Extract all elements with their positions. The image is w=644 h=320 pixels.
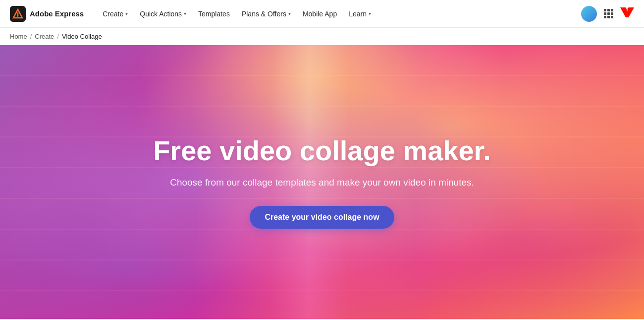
breadcrumb-home[interactable]: Home — [10, 33, 27, 40]
quick-actions-chevron-icon: ▾ — [184, 11, 186, 16]
hero-title: Free video collage maker. — [153, 135, 491, 166]
plans-chevron-icon: ▾ — [288, 11, 291, 16]
nav-quick-actions[interactable]: Quick Actions ▾ — [135, 7, 191, 21]
nav-templates[interactable]: Templates — [193, 7, 235, 21]
navbar: Adobe Express Create ▾ Quick Actions ▾ T… — [0, 0, 644, 28]
nav-plans-offers[interactable]: Plans & Offers ▾ — [237, 7, 296, 21]
apps-grid-icon[interactable] — [604, 9, 613, 18]
nav-create[interactable]: Create ▾ — [98, 7, 133, 21]
brand-logo[interactable]: Adobe Express — [10, 6, 84, 22]
logo-icon — [10, 6, 26, 22]
nav-learn[interactable]: Learn ▾ — [344, 7, 376, 21]
learn-chevron-icon: ▾ — [369, 11, 371, 16]
brand-name: Adobe Express — [30, 9, 84, 18]
hero-subtitle: Choose from our collage templates and ma… — [153, 177, 491, 188]
user-avatar[interactable] — [581, 6, 597, 22]
breadcrumb: Home / Create / Video Collage — [0, 28, 644, 45]
breadcrumb-sep-2: / — [57, 33, 59, 40]
nav-mobile-app[interactable]: Mobile App — [298, 7, 342, 21]
breadcrumb-create[interactable]: Create — [35, 33, 54, 40]
hero-content: Free video collage maker. Choose from ou… — [143, 135, 501, 229]
breadcrumb-sep-1: / — [30, 33, 32, 40]
breadcrumb-current: Video Collage — [62, 33, 102, 40]
cta-button[interactable]: Create your video collage now — [250, 206, 394, 229]
hero-section: Free video collage maker. Choose from ou… — [0, 45, 644, 319]
nav-right — [581, 6, 634, 22]
create-chevron-icon: ▾ — [125, 11, 128, 16]
svg-point-2 — [17, 16, 18, 17]
adobe-logo-icon[interactable] — [620, 6, 634, 21]
nav-links: Create ▾ Quick Actions ▾ Templates Plans… — [98, 7, 581, 21]
